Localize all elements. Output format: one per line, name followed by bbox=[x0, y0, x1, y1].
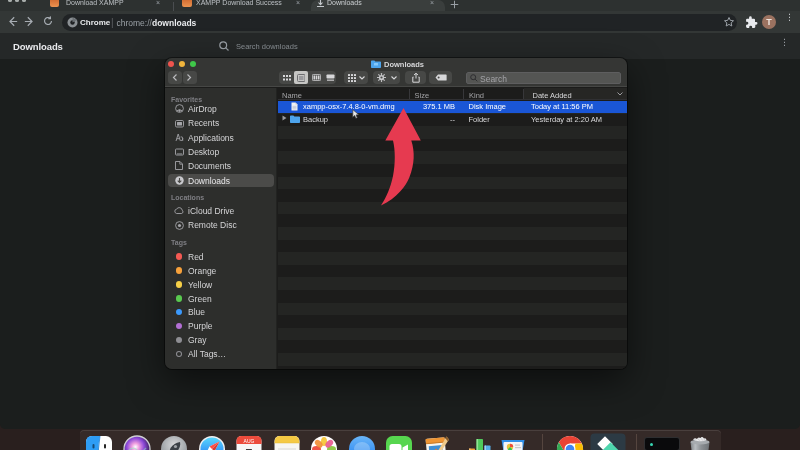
svg-text:AUG: AUG bbox=[244, 438, 255, 444]
svg-text:5: 5 bbox=[245, 445, 253, 450]
